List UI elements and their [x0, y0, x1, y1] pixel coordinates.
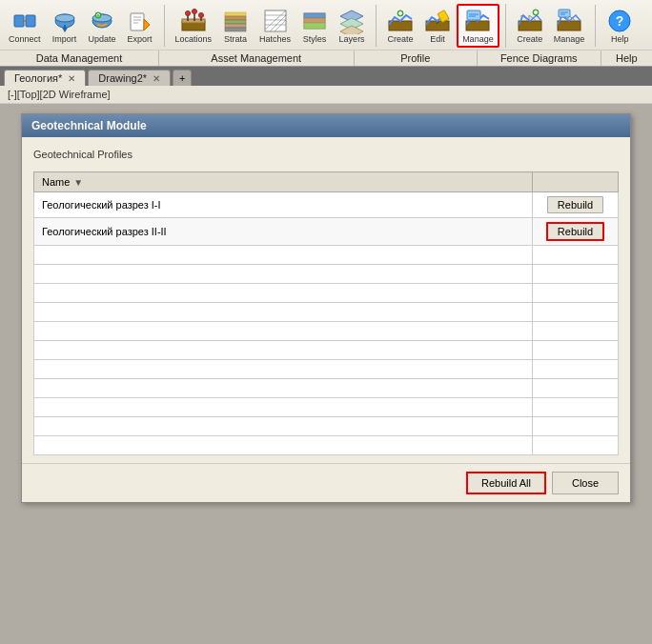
- update-button[interactable]: Update: [84, 5, 121, 47]
- import-button[interactable]: Import: [47, 5, 83, 47]
- empty-cell: [533, 379, 619, 398]
- strata-label: Strata: [224, 34, 247, 44]
- empty-row-10: [34, 417, 619, 436]
- asset-management-group: Locations Strata: [171, 5, 377, 47]
- svg-rect-58: [559, 10, 570, 17]
- dialog-subtitle: Geotechnical Profiles: [33, 145, 619, 164]
- toolbar-icons: Connect Import: [0, 0, 652, 50]
- tab-geo-label: Геология*: [14, 72, 62, 84]
- create-fence-label: Create: [517, 34, 542, 44]
- fence-diagrams-label: Fence Diagrams: [478, 50, 601, 66]
- styles-icon: [301, 8, 328, 34]
- hatches-button[interactable]: Hatches: [255, 5, 295, 47]
- tab-drawing2-close[interactable]: ✕: [153, 73, 160, 84]
- empty-cell: [533, 246, 619, 265]
- svg-marker-6: [62, 28, 68, 32]
- tab-drawing2-label: Drawing2*: [98, 72, 147, 84]
- empty-row-3: [34, 284, 619, 303]
- empty-cell: [533, 284, 619, 303]
- filter-icon[interactable]: ▼: [73, 177, 83, 188]
- empty-row-2: [34, 265, 619, 284]
- empty-cell: [533, 360, 619, 379]
- svg-text:?: ?: [616, 13, 624, 29]
- hatches-label: Hatches: [259, 34, 291, 44]
- create-profile-button[interactable]: Create: [382, 5, 418, 47]
- import-label: Import: [52, 34, 77, 44]
- help-label: Help: [611, 34, 629, 44]
- empty-cell: [533, 265, 619, 284]
- rebuild-button-2[interactable]: Rebuild: [546, 222, 604, 241]
- svg-marker-41: [340, 26, 363, 34]
- export-button[interactable]: Export: [122, 5, 158, 47]
- svg-rect-57: [558, 21, 581, 30]
- update-icon: [89, 8, 115, 34]
- main-view-area: Geotechnical Module Geotechnical Profile…: [0, 104, 652, 644]
- rebuild-all-button[interactable]: Rebuild All: [466, 472, 546, 494]
- table-row: Геологический разрез I-I Rebuild: [34, 192, 619, 218]
- dialog-footer: Rebuild All Close: [22, 463, 630, 502]
- svg-rect-26: [225, 24, 246, 28]
- geotechnical-dialog: Geotechnical Module Geotechnical Profile…: [21, 113, 631, 503]
- empty-cell: [34, 417, 533, 436]
- svg-rect-49: [466, 21, 489, 30]
- rebuild-button-1[interactable]: Rebuild: [547, 196, 603, 213]
- svg-rect-1: [26, 15, 35, 27]
- layers-icon: [338, 8, 365, 34]
- styles-button[interactable]: Styles: [296, 5, 333, 47]
- create-profile-label: Create: [388, 34, 414, 44]
- svg-point-22: [198, 13, 203, 18]
- locations-button[interactable]: Locations: [171, 5, 217, 47]
- name-column-header: Name ▼: [34, 172, 533, 192]
- manage-button[interactable]: Manage: [457, 4, 499, 48]
- profile-name-1: Геологический разрез I-I: [34, 192, 533, 218]
- empty-cell: [533, 417, 619, 436]
- manage-label: Manage: [462, 34, 494, 44]
- update-label: Update: [89, 34, 116, 44]
- edit-button[interactable]: Edit: [419, 5, 456, 47]
- manage-fence-button[interactable]: Manage: [549, 5, 590, 47]
- svg-rect-23: [225, 12, 246, 16]
- locations-label: Locations: [175, 34, 213, 44]
- profile-label: Profile: [355, 50, 479, 66]
- help-icon: ?: [606, 8, 633, 34]
- empty-row-9: [34, 398, 619, 417]
- help-group: ? Help: [601, 5, 643, 47]
- svg-rect-42: [389, 21, 412, 30]
- dialog-title: Geotechnical Module: [22, 114, 630, 137]
- svg-rect-38: [304, 23, 325, 29]
- export-icon: [127, 8, 153, 34]
- svg-point-4: [55, 14, 74, 22]
- empty-row-6: [34, 341, 619, 360]
- empty-cell: [533, 436, 619, 455]
- svg-rect-0: [14, 15, 24, 27]
- help-button[interactable]: ? Help: [601, 5, 638, 47]
- svg-rect-24: [225, 16, 246, 20]
- empty-row-8: [34, 379, 619, 398]
- help-label-section: Help: [601, 50, 653, 66]
- connect-button[interactable]: Connect: [4, 5, 46, 47]
- edit-icon: [424, 8, 451, 34]
- data-management-label: Data Management: [0, 50, 159, 66]
- empty-cell: [34, 436, 533, 455]
- close-button[interactable]: Close: [552, 472, 619, 494]
- empty-cell: [34, 360, 533, 379]
- dialog-body: Geotechnical Profiles Name ▼: [22, 137, 630, 463]
- create-fence-button[interactable]: Create: [512, 5, 548, 47]
- manage-fence-label: Manage: [554, 34, 585, 44]
- layers-button[interactable]: Layers: [334, 5, 370, 47]
- asset-management-label: Asset Management: [159, 50, 355, 66]
- rebuild-cell-2: Rebuild: [533, 218, 619, 246]
- svg-rect-53: [519, 21, 541, 30]
- fence-diagrams-group: Create Manage: [512, 5, 597, 47]
- toolbar-labels: Data Management Asset Management Profile…: [0, 50, 652, 66]
- create-fence-icon: [517, 8, 543, 34]
- tab-drawing2[interactable]: Drawing2* ✕: [88, 70, 171, 86]
- styles-label: Styles: [303, 34, 327, 44]
- tab-add-button[interactable]: +: [173, 70, 192, 86]
- tab-geo[interactable]: Геология* ✕: [4, 70, 86, 86]
- tab-geo-close[interactable]: ✕: [68, 73, 75, 84]
- tab-bar: Геология* ✕ Drawing2* ✕ +: [0, 67, 652, 86]
- empty-cell: [34, 246, 533, 265]
- empty-cell: [533, 322, 619, 341]
- strata-button[interactable]: Strata: [217, 5, 254, 47]
